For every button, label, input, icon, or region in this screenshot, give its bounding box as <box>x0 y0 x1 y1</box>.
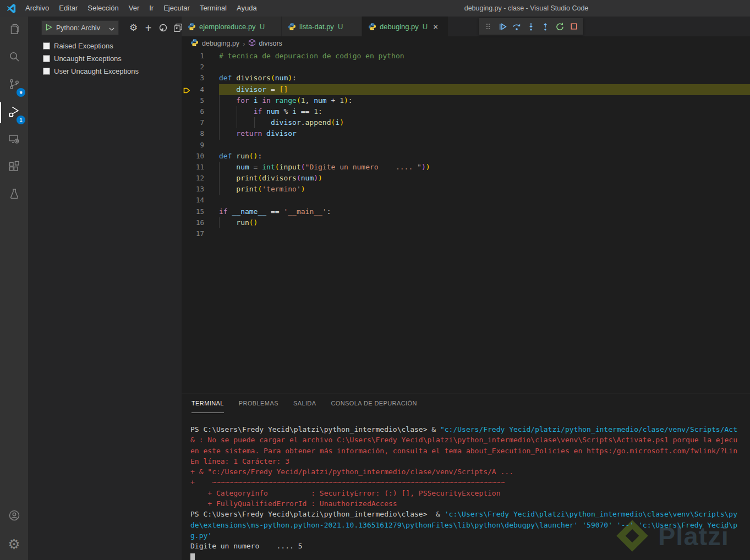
code-line-9[interactable]: 9 <box>182 140 750 151</box>
activitybar-account[interactable] <box>0 503 28 530</box>
code-line-14[interactable]: 14 <box>182 195 750 206</box>
step-into-button[interactable] <box>524 19 538 34</box>
activitybar-settings[interactable]: ⚙ <box>0 530 28 558</box>
menu-ver[interactable]: Ver <box>124 0 145 17</box>
menu-archivo[interactable]: Archivo <box>20 0 54 17</box>
checkbox-uncaught-exceptions[interactable] <box>43 55 50 62</box>
code-line-text[interactable] <box>219 195 750 206</box>
line-number[interactable]: 9 <box>182 140 219 151</box>
activitybar-remote-explorer[interactable] <box>0 127 28 154</box>
breakpoint-row-uncaught-exceptions[interactable]: Uncaught Exceptions <box>43 52 177 65</box>
start-debug-icon[interactable] <box>46 23 52 33</box>
panel-tab-consola-de-depuracion[interactable]: CONSOLA DE DEPURACIÓN <box>331 393 417 413</box>
code-line-12[interactable]: 12 print(divisors(num)) <box>182 173 750 184</box>
menu-editar[interactable]: Editar <box>54 0 83 17</box>
tab-ejemploreducepy[interactable]: ejemploreduce.pyU <box>182 17 282 36</box>
line-number[interactable]: 10 <box>182 151 219 162</box>
line-number[interactable]: 4 <box>182 84 219 95</box>
checkbox-raised-exceptions[interactable] <box>43 42 50 50</box>
code-line-7[interactable]: 7 divisor.append(i) <box>182 117 750 128</box>
line-number[interactable]: 2 <box>182 62 219 73</box>
code-line-text[interactable]: for i in range(1, num + 1): <box>219 95 750 106</box>
debug-console-icon[interactable] <box>171 20 185 35</box>
panel-tab-problemas[interactable]: PROBLEMAS <box>239 393 278 413</box>
debug-config-row: Python: Archiv ⚙ + <box>41 20 185 35</box>
add-configuration-icon[interactable]: + <box>141 20 156 35</box>
line-number[interactable]: 7 <box>182 117 219 128</box>
panel-tab-terminal[interactable]: TERMINAL <box>191 393 224 413</box>
menu-ejecutar[interactable]: Ejecutar <box>158 0 195 17</box>
activitybar-source-control[interactable]: 9 <box>0 72 28 99</box>
activitybar-testing[interactable] <box>0 182 28 209</box>
code-line-6[interactable]: 6 if num % i == 1: <box>182 106 750 117</box>
code-line-text[interactable]: divisor.append(i) <box>219 117 750 128</box>
code-line-5[interactable]: 5 for i in range(1, num + 1): <box>182 95 750 106</box>
code-line-1[interactable]: 1# tecnica de depuracion de codigo en py… <box>182 51 750 62</box>
launch-settings-gear-icon[interactable]: ⚙ <box>126 20 141 35</box>
continue-button[interactable] <box>495 19 510 34</box>
activitybar-explorer[interactable] <box>0 17 28 44</box>
code-line-text[interactable]: print('termino') <box>219 184 750 195</box>
menu-ir[interactable]: Ir <box>144 0 158 17</box>
code-line-text[interactable]: if num % i == 1: <box>219 106 750 117</box>
line-number[interactable]: 8 <box>182 128 219 139</box>
code-line-13[interactable]: 13 print('termino') <box>182 184 750 195</box>
code-line-text[interactable]: num = int(input("Digite un numero .... "… <box>219 162 750 173</box>
breakpoint-row-raised-exceptions[interactable]: Raised Exceptions <box>43 40 177 52</box>
stop-button[interactable] <box>567 19 581 34</box>
line-number[interactable]: 6 <box>182 106 219 117</box>
breadcrumb[interactable]: debuging.py › divisors <box>182 36 750 51</box>
menu-seleccion[interactable]: Selección <box>83 0 123 17</box>
line-number[interactable]: 11 <box>182 162 219 173</box>
code-line-17[interactable]: 17 <box>182 228 750 239</box>
menu-ayuda[interactable]: Ayuda <box>232 0 262 17</box>
step-out-button[interactable] <box>538 19 552 34</box>
code-line-15[interactable]: 15if __name__ == '__main__': <box>182 206 750 217</box>
debug-sessions-icon[interactable] <box>156 20 171 35</box>
close-icon[interactable]: × <box>433 23 438 31</box>
restart-button[interactable] <box>552 19 567 34</box>
breakpoint-row-user-uncaught-exceptions[interactable]: User Uncaught Exceptions <box>43 65 177 78</box>
code-line-text[interactable]: divisor = [] <box>219 84 750 95</box>
terminal-output[interactable]: PS C:\Users\Fredy Yecid\platzi\python_in… <box>190 424 750 560</box>
breadcrumb-file[interactable]: debuging.py <box>202 40 239 47</box>
breadcrumb-symbol[interactable]: divisors <box>259 40 282 47</box>
panel-tab-salida[interactable]: SALIDA <box>293 393 316 413</box>
code-line-text[interactable]: return divisor <box>219 128 750 139</box>
line-number[interactable]: 5 <box>182 95 219 106</box>
tab-debugingpy[interactable]: debuging.pyU× <box>362 17 448 36</box>
code-line-text[interactable]: # tecnica de depuracion de codigo en pyt… <box>219 51 750 62</box>
line-number[interactable]: 13 <box>182 184 219 195</box>
code-line-text[interactable]: def divisors(num): <box>219 73 750 84</box>
code-line-11[interactable]: 11 num = int(input("Digite un numero ...… <box>182 162 750 173</box>
code-line-text[interactable] <box>219 62 750 73</box>
line-number[interactable]: 15 <box>182 206 219 217</box>
code-line-text[interactable]: def run(): <box>219 151 750 162</box>
debug-config-picker[interactable]: Python: Archiv <box>41 20 119 35</box>
line-number[interactable]: 12 <box>182 173 219 184</box>
activitybar-search[interactable] <box>0 44 28 72</box>
code-editor[interactable]: 1# tecnica de depuracion de codigo en py… <box>182 51 750 393</box>
checkbox-user-uncaught-exceptions[interactable] <box>43 68 50 75</box>
step-over-button[interactable] <box>510 19 524 34</box>
line-number[interactable]: 14 <box>182 195 219 206</box>
code-line-3[interactable]: 3def divisors(num): <box>182 73 750 84</box>
code-line-text[interactable]: run() <box>219 217 750 228</box>
menu-terminal[interactable]: Terminal <box>195 0 232 17</box>
code-line-2[interactable]: 2 <box>182 62 750 73</box>
line-number[interactable]: 17 <box>182 228 219 239</box>
code-line-text[interactable]: if __name__ == '__main__': <box>219 206 750 217</box>
code-line-text[interactable]: print(divisors(num)) <box>219 173 750 184</box>
code-line-10[interactable]: 10def run(): <box>182 151 750 162</box>
code-line-text[interactable] <box>219 228 750 239</box>
line-number[interactable]: 1 <box>182 51 219 62</box>
tab-listadatpy[interactable]: lista-dat.pyU <box>282 17 362 36</box>
activitybar-extensions[interactable] <box>0 154 28 182</box>
activitybar-run-and-debug[interactable]: 1 <box>0 99 28 127</box>
code-line-text[interactable] <box>219 140 750 151</box>
line-number[interactable]: 3 <box>182 73 219 84</box>
code-line-16[interactable]: 16 run() <box>182 217 750 228</box>
line-number[interactable]: 16 <box>182 217 219 228</box>
code-line-8[interactable]: 8 return divisor <box>182 128 750 139</box>
code-line-4[interactable]: 4 divisor = [] <box>182 84 750 95</box>
